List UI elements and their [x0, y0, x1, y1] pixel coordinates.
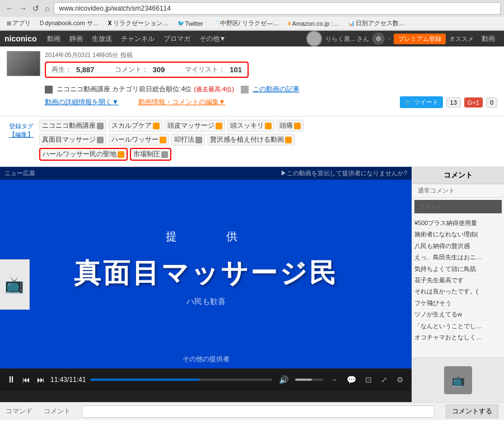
rank-past-link[interactable]: (過去最高:4位) — [194, 85, 234, 94]
comment-item-7: フケ飛びそう — [414, 298, 502, 309]
social-buttons: 🐦 ツイート 13 G+1 0 — [400, 96, 497, 108]
bookmark-apps[interactable]: ⊞ アプリ — [3, 18, 34, 29]
tag-headache[interactable]: 頭痛 — [277, 120, 304, 132]
dynabook-icon: D — [40, 20, 44, 26]
bookmark-amazon[interactable]: a Amazon.co.jp :… — [284, 19, 342, 28]
bookmark-relaxation[interactable]: X リラクゼーション… — [105, 18, 172, 29]
arrow-right-icon[interactable]: → — [328, 374, 340, 385]
tags-row-2: 真面目マッサージ ハールワッサー 叩打法 贅沢感を植え付ける動画 — [39, 134, 497, 146]
main-container: 2014年05月03日 14時05分 投稿 再生： 5,887 コメント： 30… — [0, 46, 504, 448]
tag-market[interactable]: 市場制圧 — [130, 148, 171, 161]
address-bar[interactable] — [54, 2, 501, 15]
tag-edit4-icon — [294, 123, 301, 129]
mascot-area: 📺 — [0, 259, 30, 310]
comment-edit-link[interactable]: 動画情報・コメントの編集▼ — [138, 98, 226, 106]
comment-item-1: 施術者になれない理由( — [414, 229, 502, 240]
bookmark-twitter[interactable]: 🐦 Twitter — [174, 19, 207, 28]
comments-type: 通常コメント — [412, 184, 504, 198]
video-player-area: 📺 ニュー広基 ▶この動画を宣伝して提供者になりませんか? 提 供 真面目マッサ… — [0, 167, 412, 402]
twitter-bird-icon: 🐦 — [404, 99, 412, 106]
comment-panel-bottom: 📺 — [412, 357, 504, 402]
nav-item-video2[interactable]: 動画 — [477, 31, 500, 46]
comments-list: ¥500プラス納得使用量 施術者になれない理由( 八民も納得の贅沢感 えっ、島田… — [412, 216, 504, 357]
premium-button[interactable]: プレミアム登録 — [394, 34, 446, 44]
amazon-icon: a — [288, 20, 291, 26]
play-label: 再生： — [52, 65, 72, 74]
fullscreen-icon[interactable]: ⤢ — [379, 374, 390, 385]
video-watermark: ニュー広基 — [4, 169, 35, 178]
bookmark-access[interactable]: 📊 日別アクセス数… — [344, 18, 408, 29]
article-link[interactable]: この動画の記事 — [253, 85, 300, 94]
bookmark-nakano[interactable]: 📄 中野区/ リラクゼ—… — [209, 18, 282, 29]
details-link[interactable]: 動画の詳細情報を開く▼ — [45, 98, 119, 106]
nav-item-channel[interactable]: チャンネル — [116, 31, 159, 46]
tag-head-clear[interactable]: 頭スッキリ — [227, 120, 274, 132]
comment-item-6: それは良かったです。( — [414, 286, 502, 297]
category-icon — [45, 86, 53, 94]
forward-button[interactable]: → — [17, 3, 29, 14]
comments-panel: コメント 通常コメント ¥500プラス納得使用量 施術者になれない理由( 八民も… — [412, 167, 504, 402]
progress-bar[interactable] — [90, 379, 272, 381]
gplus-count: 0 — [486, 97, 497, 108]
screen-icon[interactable]: ⊡ — [363, 374, 374, 385]
tag-edit2-icon — [216, 123, 222, 129]
nav-item-video[interactable]: 動画 — [43, 31, 65, 46]
tag-haar-holy[interactable]: ハールワッサー民の聖地 — [39, 148, 128, 161]
osusume-button[interactable]: オススメ — [449, 35, 474, 43]
volume-fill — [295, 379, 312, 381]
comment-input-area — [412, 198, 504, 216]
nav-item-blog[interactable]: ブロマガ — [159, 31, 195, 46]
back-button[interactable]: ← — [3, 3, 16, 14]
details-row: 動画の詳細情報を開く▼ 動画情報・コメントの編集▼ 🐦 ツイート 13 G+1 — [45, 96, 497, 108]
video-canvas[interactable]: ニュー広基 ▶この動画を宣伝して提供者になりませんか? 提 供 真面目マッサージ… — [0, 167, 412, 368]
next-button[interactable]: ⏭ — [36, 374, 46, 385]
tag-patting[interactable]: 叩打法 — [171, 134, 205, 146]
tag-edit6-icon — [285, 137, 292, 143]
comment-item-0: ¥500プラス納得使用量 — [414, 218, 502, 229]
video-main-title: 真面目マッサージ民 — [74, 255, 338, 291]
tag-niconico[interactable]: ニコニコ動画講座 — [39, 120, 106, 132]
tag-luxury[interactable]: 贅沢感を植え付ける動画 — [207, 134, 295, 146]
reload-button[interactable]: ↺ — [30, 3, 41, 14]
tag-scalp[interactable]: スカルプケア — [109, 120, 162, 132]
video-meta-right: 2014年05月03日 14時05分 投稿 再生： 5,887 コメント： 30… — [45, 51, 497, 108]
tweet-button[interactable]: 🐦 ツイート — [400, 96, 443, 108]
volume-bar[interactable] — [295, 379, 323, 381]
nakano-icon: 📄 — [212, 20, 219, 26]
nav-item-live[interactable]: 生放送 — [87, 31, 116, 46]
nav-item-other[interactable]: その他▼ — [195, 31, 231, 46]
play-pause-button[interactable]: ⏸ — [6, 374, 17, 386]
video-top-bar: ニュー広基 ▶この動画を宣伝して提供者になりませんか? — [0, 167, 412, 180]
time-display: 11:43/11:41 — [50, 376, 86, 384]
mylist-label: マイリスト： — [185, 65, 225, 74]
settings-icon[interactable]: ⚙ — [394, 374, 406, 385]
tag-register-button[interactable]: 登録タグ 【編集】 — [7, 120, 36, 163]
comment-item-4: 気持ちよくて頭に鳥肌 — [414, 264, 502, 275]
nav-right: りらく屋... さん ⚙ - プレミアム登録 オススメ 動画 — [306, 31, 500, 46]
tag-haar[interactable]: ハールワッサー — [109, 134, 169, 146]
video-info: 2014年05月03日 14時05分 投稿 再生： 5,887 コメント： 30… — [0, 46, 504, 116]
gplus-button[interactable]: G+1 — [464, 97, 483, 108]
nav-item-image[interactable]: 静画 — [65, 31, 87, 46]
command-label: コマンド — [6, 407, 32, 416]
comment-icon[interactable]: 💬 — [344, 374, 358, 385]
tweet-count: 13 — [446, 97, 461, 108]
content-area: 2014年05月03日 14時05分 投稿 再生： 5,887 コメント： 30… — [0, 46, 504, 448]
tag-edit-icon — [153, 123, 160, 129]
mascot: 📺 — [0, 259, 30, 310]
comments-header: コメント — [412, 167, 504, 184]
home-button[interactable]: ⌂ — [43, 3, 52, 14]
comment-submit-button[interactable]: コメントする — [446, 404, 498, 418]
tags-section: 登録タグ 【編集】 ニコニコ動画講座 スカルプケア 頭皮マッサージ — [0, 116, 504, 167]
volume-icon[interactable]: 🔊 — [277, 374, 291, 385]
bookmark-dynabook[interactable]: D dynabook.com サ… — [36, 18, 102, 29]
tag-majime[interactable]: 真面目マッサージ — [39, 134, 106, 146]
comment-bottom-label: コメント — [44, 407, 71, 416]
user-settings-icon[interactable]: ⚙ — [372, 32, 385, 45]
comment-bottom-input[interactable] — [82, 405, 435, 418]
tag-edit5-icon — [160, 137, 166, 143]
tag-head-massage[interactable]: 頭皮マッサージ — [165, 120, 225, 132]
category-text: ニコニコ動画講座 カテゴリ前日総合順位:4位 — [57, 85, 192, 94]
previous-button[interactable]: ⏮ — [21, 374, 31, 385]
comment-input[interactable] — [414, 200, 502, 213]
